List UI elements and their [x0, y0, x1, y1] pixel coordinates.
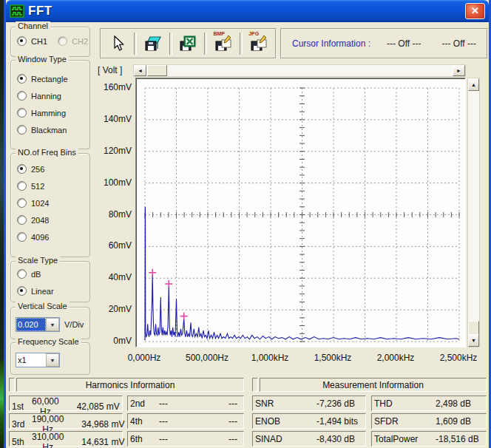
cursor-arrow-icon [109, 35, 126, 52]
close-icon: ✕ [471, 5, 479, 16]
vertical-scale-unit: V/Div [64, 320, 84, 329]
radio-ch1[interactable]: CH1 [17, 36, 47, 46]
harmonics-amp: 34,968 mV [64, 419, 130, 430]
harmonics-amp: 14,631 mV [64, 437, 130, 447]
window-type-group: Window Type RectangleHanningHammingBlack… [10, 60, 90, 149]
harmonics-header: Harmonics Information [9, 378, 244, 392]
radio-icon[interactable] [17, 181, 27, 191]
harmonics-row-2nd: 2nd------ [127, 396, 244, 411]
y-tick-label: 0mV [95, 336, 132, 346]
horizontal-scroll-thumb[interactable] [147, 65, 167, 76]
radio-icon[interactable] [17, 108, 27, 118]
radio-label: 1024 [31, 199, 49, 208]
measurement-row-ENOB: ENOB-1,494 bits [252, 413, 366, 429]
dropdown-arrow-icon[interactable]: ▼ [46, 353, 59, 367]
radio-linear[interactable]: Linear [17, 286, 88, 296]
radio-label: 512 [31, 182, 44, 191]
fft-window: FFT ✕ Channel CH1CH2 Window Type Rectang… [4, 0, 491, 448]
y-axis-unit-label: [ Volt ] [98, 65, 122, 75]
save-jpg-icon [249, 34, 268, 53]
measurement-value: -8,430 dB [316, 434, 365, 444]
radio-icon[interactable] [17, 91, 27, 101]
vertical-scale-combo[interactable]: 0.020 ▼ [16, 317, 60, 332]
y-tick-label: 40mV [95, 272, 132, 282]
scroll-right-button[interactable]: ► [453, 65, 465, 76]
measurement-label: TotalPower [372, 434, 436, 444]
scale-type-group: Scale Type dBLinear [10, 261, 90, 302]
cursor-info-label: Cursor Information : [292, 38, 370, 49]
measurement-value: 1,609 dB [436, 416, 486, 427]
radio-hamming[interactable]: Hamming [17, 108, 88, 118]
harmonics-ord: 1st [10, 401, 32, 412]
harmonics-row-1st: 1st60,000 Hz42,085 mV [9, 396, 123, 411]
harmonics-row-6th: 6th------ [127, 431, 244, 447]
fft-plot-canvas[interactable] [136, 78, 464, 345]
harmonics-amp: --- [177, 398, 243, 409]
radio-512[interactable]: 512 [17, 181, 88, 191]
radio-2048[interactable]: 2048 [17, 215, 88, 225]
radio-icon[interactable] [17, 198, 27, 208]
radio-icon[interactable] [17, 215, 27, 225]
frequency-scale-combo[interactable]: x1 ▼ [16, 353, 60, 367]
cursor-tool-button[interactable] [101, 30, 134, 58]
vertical-scrollbar[interactable]: ▲ ▼ [467, 78, 480, 347]
window-title: FFT [28, 4, 53, 18]
harmonics-ord: 4th [128, 416, 150, 427]
radio-4096[interactable]: 4096 [17, 232, 88, 242]
radio-label: Hanning [31, 92, 61, 101]
radio-rectangle[interactable]: Rectangle [17, 74, 88, 84]
y-tick-label: 140mV [95, 114, 132, 124]
vertical-scroll-thumb[interactable] [468, 321, 479, 336]
x-tick-label: 1,000kHz [251, 353, 289, 363]
header-stub [252, 378, 258, 392]
save-excel-icon [178, 34, 197, 53]
close-button[interactable]: ✕ [465, 3, 485, 19]
vertical-scale-caption: Vertical Scale [16, 302, 70, 310]
radio-icon[interactable] [17, 36, 27, 46]
channel-caption: Channel [16, 21, 50, 30]
radio-blackman[interactable]: Blackman [17, 125, 88, 135]
harmonics-ord: 6th [128, 434, 150, 444]
save-bmp-icon [214, 34, 233, 53]
radio-icon[interactable] [17, 269, 27, 279]
radio-icon[interactable] [17, 232, 27, 242]
save-data-button[interactable] [137, 30, 169, 58]
measurement-label: SINAD [253, 434, 316, 444]
scroll-down-button[interactable]: ▼ [468, 334, 479, 347]
save-bmp-button[interactable]: BMP [207, 30, 240, 58]
bmp-badge: BMP [213, 31, 225, 36]
dropdown-arrow-icon[interactable]: ▼ [46, 318, 59, 331]
frequency-scale-value: x1 [16, 353, 46, 367]
measurement-title: Measurement Information [260, 378, 487, 392]
titlebar[interactable]: FFT ✕ [6, 0, 489, 22]
measurement-value: 2,498 dB [436, 398, 486, 409]
scroll-left-button[interactable]: ◄ [134, 65, 146, 76]
radio-icon[interactable] [17, 125, 27, 135]
radio-icon[interactable] [17, 286, 27, 296]
x-tick-label: 500,000Hz [186, 353, 228, 363]
harmonics-amp: 42,085 mV [59, 401, 126, 412]
radio-hanning[interactable]: Hanning [17, 91, 88, 101]
measurement-row-SINAD: SINAD-8,430 dB [252, 431, 366, 447]
radio-db[interactable]: dB [17, 269, 88, 279]
vertical-scale-group: Vertical Scale 0.020 ▼ V/Div [10, 307, 90, 339]
scroll-up-button[interactable]: ▲ [468, 78, 479, 91]
measurement-row-SNR: SNR-7,236 dB [252, 396, 366, 411]
measurement-label: SNR [253, 398, 316, 409]
radio-label: Hamming [31, 109, 66, 118]
save-jpg-button[interactable]: JPG [243, 30, 275, 58]
radio-icon[interactable] [17, 164, 27, 174]
save-excel-button[interactable] [172, 30, 205, 58]
save-data-icon [143, 34, 163, 53]
measurement-row-THD: THD2,498 dB [371, 396, 487, 411]
measurement-label: THD [372, 398, 436, 409]
radio-256[interactable]: 256 [17, 164, 88, 174]
freq-bins-options: 256512102420484096 [17, 164, 88, 255]
y-tick-label: 120mV [95, 146, 132, 156]
harmonics-freq: --- [150, 398, 177, 409]
fft-plot[interactable] [135, 78, 466, 347]
horizontal-scrollbar[interactable]: ◄ ► [133, 64, 466, 77]
radio-1024[interactable]: 1024 [17, 198, 88, 208]
y-tick-label: 160mV [95, 82, 132, 92]
radio-icon[interactable] [17, 74, 27, 84]
